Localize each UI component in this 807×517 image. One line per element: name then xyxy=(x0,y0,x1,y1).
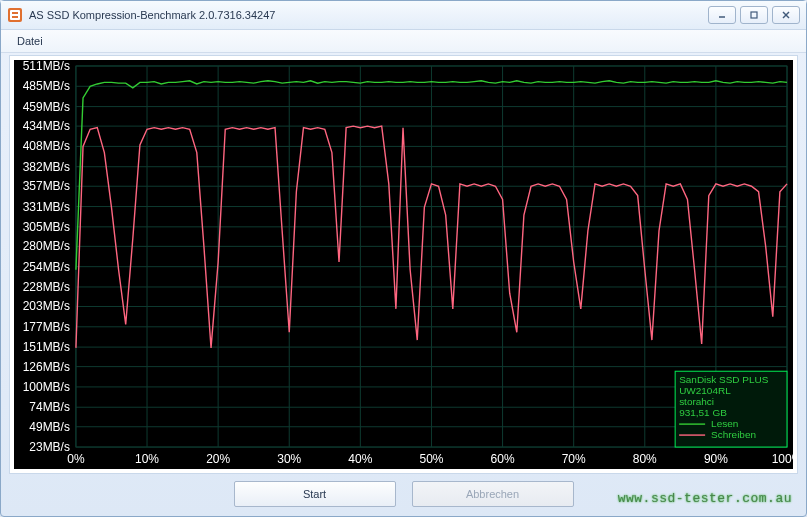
svg-text:434MB/s: 434MB/s xyxy=(23,119,70,133)
svg-text:485MB/s: 485MB/s xyxy=(23,79,70,93)
svg-text:70%: 70% xyxy=(562,452,586,466)
svg-text:331MB/s: 331MB/s xyxy=(23,200,70,214)
svg-text:30%: 30% xyxy=(277,452,301,466)
svg-text:80%: 80% xyxy=(633,452,657,466)
svg-text:storahci: storahci xyxy=(679,396,714,407)
svg-text:100MB/s: 100MB/s xyxy=(23,380,70,394)
svg-text:459MB/s: 459MB/s xyxy=(23,100,70,114)
svg-text:UW2104RL: UW2104RL xyxy=(679,385,731,396)
svg-text:357MB/s: 357MB/s xyxy=(23,179,70,193)
svg-text:50%: 50% xyxy=(419,452,443,466)
titlebar: AS SSD Kompression-Benchmark 2.0.7316.34… xyxy=(1,1,806,30)
minimize-button[interactable] xyxy=(708,6,736,24)
svg-text:305MB/s: 305MB/s xyxy=(23,220,70,234)
svg-text:23MB/s: 23MB/s xyxy=(29,440,70,454)
svg-text:511MB/s: 511MB/s xyxy=(23,60,70,73)
maximize-button[interactable] xyxy=(740,6,768,24)
menubar: Datei xyxy=(1,30,806,53)
window-title: AS SSD Kompression-Benchmark 2.0.7316.34… xyxy=(29,9,708,21)
close-button[interactable] xyxy=(772,6,800,24)
svg-rect-2 xyxy=(12,12,18,14)
abort-button: Abbrechen xyxy=(412,481,574,507)
svg-text:177MB/s: 177MB/s xyxy=(23,320,70,334)
chart-svg: 23MB/s49MB/s74MB/s100MB/s126MB/s151MB/s1… xyxy=(14,60,793,469)
svg-text:49MB/s: 49MB/s xyxy=(29,420,70,434)
svg-text:100%: 100% xyxy=(772,452,793,466)
start-button[interactable]: Start xyxy=(234,481,396,507)
svg-text:382MB/s: 382MB/s xyxy=(23,160,70,174)
app-window: AS SSD Kompression-Benchmark 2.0.7316.34… xyxy=(0,0,807,517)
svg-text:931,51 GB: 931,51 GB xyxy=(679,407,727,418)
svg-text:40%: 40% xyxy=(348,452,372,466)
svg-text:Schreiben: Schreiben xyxy=(711,429,756,440)
svg-text:151MB/s: 151MB/s xyxy=(23,340,70,354)
svg-text:228MB/s: 228MB/s xyxy=(23,280,70,294)
svg-text:Lesen: Lesen xyxy=(711,418,738,429)
svg-text:90%: 90% xyxy=(704,452,728,466)
svg-rect-3 xyxy=(12,16,18,18)
svg-text:126MB/s: 126MB/s xyxy=(23,360,70,374)
window-controls xyxy=(708,6,800,24)
svg-text:10%: 10% xyxy=(135,452,159,466)
svg-text:74MB/s: 74MB/s xyxy=(29,400,70,414)
svg-text:254MB/s: 254MB/s xyxy=(23,260,70,274)
chart-panel: 23MB/s49MB/s74MB/s100MB/s126MB/s151MB/s1… xyxy=(9,55,798,474)
svg-text:280MB/s: 280MB/s xyxy=(23,239,70,253)
svg-text:0%: 0% xyxy=(67,452,85,466)
svg-text:60%: 60% xyxy=(491,452,515,466)
svg-text:203MB/s: 203MB/s xyxy=(23,299,70,313)
svg-text:SanDisk SSD PLUS: SanDisk SSD PLUS xyxy=(679,374,769,385)
svg-rect-1 xyxy=(10,10,20,20)
svg-rect-5 xyxy=(751,12,757,18)
watermark: www.ssd-tester.com.au xyxy=(618,491,792,506)
menu-datei[interactable]: Datei xyxy=(11,33,49,49)
svg-text:408MB/s: 408MB/s xyxy=(23,139,70,153)
chart-area: 23MB/s49MB/s74MB/s100MB/s126MB/s151MB/s1… xyxy=(14,60,793,469)
svg-text:20%: 20% xyxy=(206,452,230,466)
app-icon xyxy=(7,7,23,23)
